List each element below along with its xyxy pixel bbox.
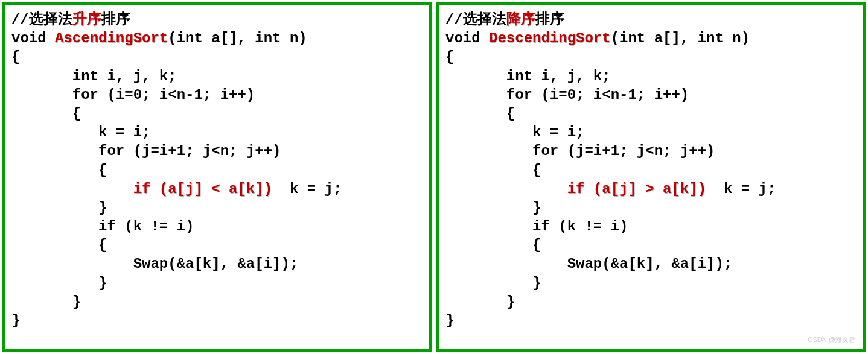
code-line: } (445, 292, 857, 311)
code-line: Swap(&a[k], &a[i]); (445, 254, 857, 273)
comment-suffix: 排序 (101, 11, 130, 28)
code-line: Swap(&a[k], &a[i]); (11, 254, 423, 273)
function-name: DescendingSort (489, 30, 611, 46)
if-condition: if (a[j] < a[k]) (133, 181, 281, 197)
comment-red-text: 升序 (72, 11, 101, 28)
code-line: if (a[j] < a[k]) k = j; (11, 180, 423, 198)
code-line: { (11, 161, 423, 180)
comment-prefix: //选择法 (445, 11, 506, 28)
code-line: { (445, 104, 857, 123)
code-text: k = j; (281, 181, 342, 197)
code-line: } (11, 292, 423, 311)
function-name: AscendingSort (55, 30, 168, 46)
code-line: { (445, 236, 857, 254)
code-line: if (k != i) (445, 217, 857, 236)
code-pad (445, 181, 567, 197)
code-line: { (445, 161, 857, 180)
code-line: { (11, 48, 423, 66)
code-line: for (j=i+1; j<n; j++) (445, 142, 857, 160)
comment-line: //选择法降序排序 (445, 10, 857, 29)
right-code-panel: //选择法降序排序 void DescendingSort(int a[], i… (436, 2, 866, 352)
code-line: int i, j, k; (445, 67, 857, 86)
code-line: } (11, 198, 423, 217)
code-line: if (a[j] > a[k]) k = j; (445, 180, 857, 198)
if-condition: if (a[j] > a[k]) (567, 181, 715, 197)
code-line: for (j=i+1; j<n; j++) (11, 142, 423, 160)
watermark: CSDN @濮炎者 (808, 335, 855, 344)
comment-prefix: //选择法 (11, 11, 72, 28)
code-line: } (445, 311, 857, 330)
comment-red-text: 降序 (506, 11, 535, 28)
code-line: { (445, 48, 857, 66)
code-line: void DescendingSort(int a[], int n) (445, 29, 857, 48)
code-text: (int a[], int n) (611, 30, 750, 46)
code-line: int i, j, k; (11, 67, 423, 86)
code-line: { (11, 104, 423, 123)
code-line: k = i; (445, 123, 857, 142)
comment-line: //选择法升序排序 (11, 10, 423, 29)
code-line: if (k != i) (11, 217, 423, 236)
code-pad (11, 181, 133, 197)
code-line: } (445, 274, 857, 292)
left-code-panel: //选择法升序排序 void AscendingSort(int a[], in… (2, 2, 432, 352)
code-line: k = i; (11, 123, 423, 142)
code-text: k = j; (715, 181, 776, 197)
code-line: } (11, 311, 423, 330)
code-line: for (i=0; i<n-1; i++) (445, 86, 857, 104)
code-line: { (11, 236, 423, 254)
code-line: } (445, 198, 857, 217)
code-line: } (11, 274, 423, 292)
code-text: void (445, 30, 489, 46)
comment-suffix: 排序 (535, 11, 564, 28)
code-line: void AscendingSort(int a[], int n) (11, 29, 423, 48)
code-text: void (11, 30, 55, 46)
code-text: (int a[], int n) (168, 30, 307, 46)
code-line: for (i=0; i<n-1; i++) (11, 86, 423, 104)
